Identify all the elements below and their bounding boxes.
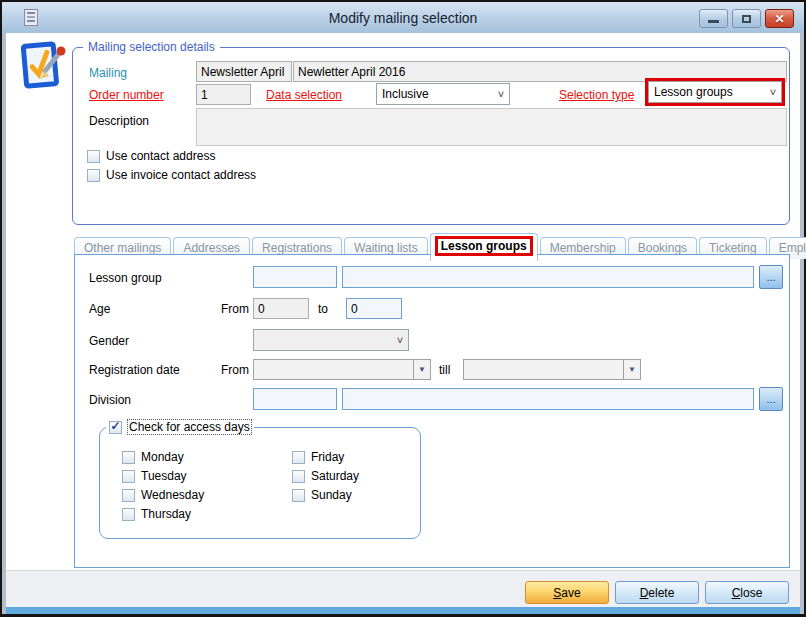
access-days-group: ✓ Check for access days Monday Tuesday	[99, 427, 421, 539]
registration-till-label: till	[439, 363, 450, 377]
data-selection-value: Inclusive	[377, 87, 493, 101]
gender-label: Gender	[89, 334, 129, 348]
button-bar: Save Delete Close	[6, 570, 800, 607]
age-to-field[interactable]	[346, 298, 402, 319]
use-invoice-contact-address-checkbox[interactable]	[87, 169, 100, 182]
gender-combo[interactable]: ˅	[253, 329, 409, 351]
close-button[interactable]: Close	[705, 581, 789, 604]
save-button[interactable]: Save	[525, 581, 609, 604]
wednesday-label: Wednesday	[141, 488, 204, 502]
window-bottom-border	[6, 607, 800, 614]
age-from-label: From	[205, 302, 249, 316]
thursday-label: Thursday	[141, 507, 191, 521]
sunday-checkbox[interactable]	[292, 489, 305, 502]
order-number-label[interactable]: Order number	[89, 88, 164, 102]
system-menu-icon[interactable]	[24, 9, 38, 30]
selection-type-value: Lesson groups	[649, 85, 765, 99]
division-code-field[interactable]	[253, 388, 337, 410]
close-window-button[interactable]: ✕	[765, 9, 794, 28]
title-bar[interactable]: Modify mailing selection ✕	[2, 2, 804, 33]
day-row-thursday: Thursday	[122, 507, 191, 521]
division-label: Division	[89, 393, 131, 407]
friday-checkbox[interactable]	[292, 451, 305, 464]
data-selection-combo[interactable]: Inclusive ˅	[376, 83, 510, 105]
mailing-label: Mailing	[89, 66, 127, 80]
data-selection-label[interactable]: Data selection	[266, 88, 342, 102]
day-row-wednesday: Wednesday	[122, 488, 204, 502]
lesson-groups-panel: Lesson group ... Age From to Gender ˅ Re…	[74, 254, 790, 568]
group-legend: Mailing selection details	[83, 40, 220, 54]
registration-from-value	[254, 360, 413, 379]
tuesday-checkbox[interactable]	[122, 470, 135, 483]
minimize-button[interactable]	[699, 9, 728, 28]
selection-type-combo[interactable]: Lesson groups ˅	[648, 81, 782, 103]
saturday-checkbox[interactable]	[292, 470, 305, 483]
description-label: Description	[89, 114, 149, 128]
sunday-label: Sunday	[311, 488, 352, 502]
age-to-label: to	[318, 302, 328, 316]
lesson-group-name-field[interactable]	[342, 266, 754, 288]
monday-checkbox[interactable]	[122, 451, 135, 464]
restore-icon	[742, 15, 751, 23]
tuesday-label: Tuesday	[141, 469, 187, 483]
day-row-sunday: Sunday	[292, 488, 352, 502]
registration-till-field[interactable]: ▼	[463, 359, 641, 380]
tab-lesson-groups[interactable]: Lesson groups	[430, 233, 538, 261]
chevron-down-icon: ˅	[493, 88, 509, 100]
day-row-saturday: Saturday	[292, 469, 359, 483]
thursday-checkbox[interactable]	[122, 508, 135, 521]
check-icon: ✓	[110, 420, 120, 432]
friday-label: Friday	[311, 450, 344, 464]
check-for-access-days-label: Check for access days	[128, 420, 251, 434]
day-row-friday: Friday	[292, 450, 344, 464]
calendar-dropdown-icon[interactable]: ▼	[413, 360, 430, 379]
division-browse-button[interactable]: ...	[759, 387, 783, 411]
active-tab-highlight: Lesson groups	[435, 236, 533, 256]
mailing-selection-details-group: Mailing selection details Mailing Order …	[72, 47, 790, 225]
window-frame: Modify mailing selection ✕	[2, 2, 804, 614]
registration-from-field[interactable]: ▼	[253, 359, 431, 380]
ellipsis-icon: ...	[766, 393, 775, 405]
delete-button[interactable]: Delete	[615, 581, 699, 604]
registration-till-value	[464, 360, 623, 379]
use-invoice-contact-address-label: Use invoice contact address	[106, 168, 256, 182]
wednesday-checkbox[interactable]	[122, 489, 135, 502]
age-label: Age	[89, 302, 110, 316]
window-title: Modify mailing selection	[2, 10, 804, 26]
use-contact-address-checkbox[interactable]	[87, 150, 100, 163]
order-number-field[interactable]	[196, 84, 251, 105]
use-contact-address-row: Use contact address	[87, 149, 215, 163]
chevron-down-icon: ˅	[765, 86, 781, 98]
lesson-group-label: Lesson group	[89, 271, 162, 285]
saturday-label: Saturday	[311, 469, 359, 483]
use-contact-address-label: Use contact address	[106, 149, 215, 163]
ellipsis-icon: ...	[766, 271, 775, 283]
monday-label: Monday	[141, 450, 184, 464]
dialog-body: Mailing selection details Mailing Order …	[6, 33, 800, 570]
access-days-header: ✓ Check for access days	[106, 420, 254, 434]
day-row-monday: Monday	[122, 450, 184, 464]
day-row-tuesday: Tuesday	[122, 469, 187, 483]
lesson-group-code-field[interactable]	[253, 266, 337, 288]
calendar-dropdown-icon[interactable]: ▼	[623, 360, 640, 379]
registration-from-label: From	[205, 363, 249, 377]
division-name-field[interactable]	[342, 388, 754, 410]
restore-button[interactable]	[732, 9, 761, 28]
selection-type-highlight: Lesson groups ˅	[645, 78, 785, 106]
lesson-group-browse-button[interactable]: ...	[759, 265, 783, 289]
chevron-down-icon: ˅	[392, 334, 408, 346]
close-icon: ✕	[774, 12, 784, 26]
use-invoice-contact-address-row: Use invoice contact address	[87, 168, 256, 182]
dialog-window: Modify mailing selection ✕	[0, 0, 806, 617]
description-field[interactable]	[196, 108, 787, 146]
registration-date-label: Registration date	[89, 363, 180, 377]
age-from-field[interactable]	[253, 298, 309, 319]
selection-type-label[interactable]: Selection type	[559, 88, 634, 102]
mailing-selection-icon	[18, 40, 68, 96]
check-for-access-days-checkbox[interactable]: ✓	[109, 421, 122, 434]
minimize-icon	[708, 20, 719, 23]
mailing-code-field[interactable]	[196, 61, 292, 82]
